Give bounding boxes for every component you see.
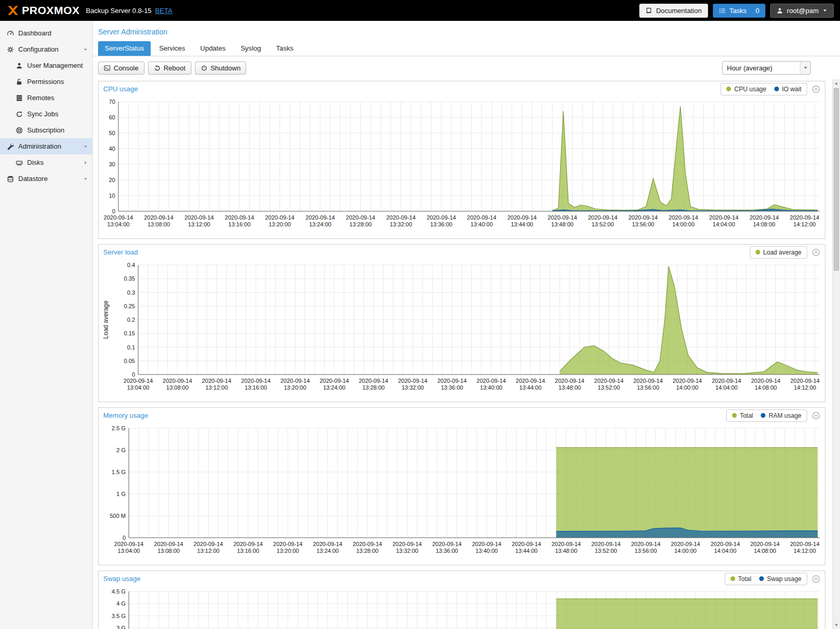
sidebar-item-label: Sync Jobs: [27, 110, 58, 118]
legend-swatch: [732, 413, 737, 418]
svg-text:2020-09-14: 2020-09-14: [320, 378, 349, 384]
tab-serverstatus[interactable]: ServerStatus: [98, 41, 151, 56]
panel-load: Server loadLoad average00.050.10.150.20.…: [98, 244, 825, 402]
svg-text:2020-09-14: 2020-09-14: [398, 378, 427, 384]
svg-text:0: 0: [112, 208, 115, 214]
power-icon: [201, 65, 208, 71]
documentation-button[interactable]: Documentation: [639, 4, 708, 18]
svg-text:13:36:00: 13:36:00: [430, 221, 453, 227]
panel-header: CPU usageCPU usageIO wait: [99, 81, 825, 96]
svg-text:20: 20: [109, 177, 115, 183]
timeframe-select[interactable]: Hour (average): [722, 61, 811, 75]
chevron-down-icon[interactable]: [800, 62, 810, 74]
sidebar-item-administration[interactable]: Administration: [0, 138, 92, 154]
chart-legend: Load average: [750, 246, 807, 259]
svg-text:2020-09-14: 2020-09-14: [477, 378, 506, 384]
svg-text:0.2: 0.2: [127, 317, 135, 323]
sidebar-item-datastore[interactable]: Datastore: [0, 171, 92, 187]
sidebar-item-user-management[interactable]: User Management: [0, 57, 92, 74]
collapse-panel-icon[interactable]: [812, 412, 820, 420]
sidebar-item-disks[interactable]: Disks: [0, 154, 92, 171]
svg-text:2020-09-14: 2020-09-14: [547, 214, 577, 221]
svg-text:2020-09-14: 2020-09-14: [552, 541, 581, 547]
charts-area: CPU usageCPU usageIO wait010203040506070…: [93, 79, 840, 629]
svg-text:2020-09-14: 2020-09-14: [427, 214, 456, 221]
user-icon: [15, 62, 23, 69]
sidebar-item-remotes[interactable]: Remotes: [0, 90, 92, 106]
chart-legend: TotalRAM usage: [726, 409, 807, 422]
beta-link[interactable]: BETA: [155, 7, 173, 15]
collapse-panel-icon[interactable]: [812, 85, 820, 93]
console-button[interactable]: Console: [98, 62, 144, 75]
tasks-button[interactable]: Tasks 0: [713, 4, 765, 18]
user-menu-button[interactable]: root@pam: [770, 4, 834, 18]
sidebar-item-label: Subscription: [27, 126, 65, 134]
reboot-button[interactable]: Reboot: [148, 62, 191, 75]
vertical-scrollbar[interactable]: ▲ ▼: [832, 79, 840, 629]
legend-swatch: [759, 576, 764, 581]
chart-legend: CPU usageIO wait: [721, 83, 807, 95]
shutdown-button[interactable]: Shutdown: [195, 62, 247, 75]
sidebar-item-configuration[interactable]: Configuration: [0, 41, 92, 57]
svg-text:2020-09-14: 2020-09-14: [273, 541, 302, 547]
svg-text:2020-09-14: 2020-09-14: [712, 378, 741, 384]
sidebar-item-subscription[interactable]: Subscription: [0, 122, 92, 138]
panel-title: Memory usage: [103, 412, 148, 419]
chevron-down-icon[interactable]: [83, 47, 88, 52]
sidebar-item-label: Dashboard: [18, 29, 52, 37]
svg-text:13:32:00: 13:32:00: [401, 384, 424, 391]
svg-text:13:24:00: 13:24:00: [316, 548, 339, 554]
svg-text:3.5 G: 3.5 G: [112, 613, 126, 619]
chevron-down-icon[interactable]: [83, 144, 88, 149]
svg-text:2.5 G: 2.5 G: [112, 425, 126, 431]
chart-memory: 0500 M1 G1.5 G2 G2.5 G2020-09-1413:04:00…: [99, 423, 825, 565]
svg-text:13:08:00: 13:08:00: [166, 384, 189, 391]
collapse-panel-icon[interactable]: [812, 248, 820, 257]
shutdown-button-label: Shutdown: [211, 64, 241, 72]
tab-syslog[interactable]: Syslog: [234, 41, 267, 56]
svg-text:13:08:00: 13:08:00: [148, 221, 170, 227]
legend-item: Total: [732, 412, 753, 419]
scrollbar-thumb[interactable]: [834, 88, 839, 271]
svg-text:2020-09-14: 2020-09-14: [628, 214, 658, 221]
tab-services[interactable]: Services: [152, 41, 192, 56]
tab-updates[interactable]: Updates: [193, 41, 232, 56]
scroll-up-icon[interactable]: ▲: [833, 79, 840, 87]
svg-text:Load average: Load average: [102, 300, 109, 339]
svg-text:4 G: 4 G: [116, 600, 126, 607]
sidebar-item-permissions[interactable]: Permissions: [0, 74, 92, 90]
svg-text:14:08:00: 14:08:00: [754, 548, 776, 554]
sidebar-item-sync-jobs[interactable]: Sync Jobs: [0, 106, 92, 122]
scroll-down-icon[interactable]: ▼: [833, 621, 840, 629]
svg-text:2020-09-14: 2020-09-14: [673, 378, 702, 384]
svg-text:13:12:00: 13:12:00: [205, 384, 228, 391]
tab-tasks[interactable]: Tasks: [269, 41, 300, 56]
svg-text:13:12:00: 13:12:00: [197, 548, 220, 554]
chevron-down-icon[interactable]: [83, 176, 88, 182]
svg-text:2020-09-14: 2020-09-14: [144, 214, 173, 221]
svg-text:0: 0: [132, 371, 135, 378]
chevron-right-icon[interactable]: [83, 160, 88, 165]
svg-text:2020-09-14: 2020-09-14: [749, 214, 778, 221]
svg-text:13:20:00: 13:20:00: [277, 548, 299, 554]
svg-text:2020-09-14: 2020-09-14: [104, 214, 133, 221]
svg-text:13:08:00: 13:08:00: [157, 548, 180, 554]
svg-text:3 G: 3 G: [116, 625, 126, 629]
svg-text:13:28:00: 13:28:00: [356, 548, 379, 554]
svg-text:30: 30: [109, 161, 115, 167]
svg-text:13:16:00: 13:16:00: [228, 221, 251, 227]
wrench-icon: [6, 143, 14, 150]
svg-text:13:48:00: 13:48:00: [551, 221, 574, 227]
dashboard-icon: [6, 30, 14, 37]
svg-text:0.25: 0.25: [124, 303, 135, 309]
svg-text:13:52:00: 13:52:00: [595, 548, 617, 554]
svg-text:2020-09-14: 2020-09-14: [346, 214, 375, 221]
panel-title: Server load: [103, 248, 138, 256]
svg-text:2020-09-14: 2020-09-14: [516, 378, 545, 384]
collapse-panel-icon[interactable]: [812, 575, 820, 583]
sidebar-item-dashboard[interactable]: Dashboard: [0, 25, 92, 41]
tab-bar: ServerStatusServicesUpdatesSyslogTasks: [93, 39, 840, 56]
svg-text:2020-09-14: 2020-09-14: [591, 541, 620, 547]
svg-text:14:00:00: 14:00:00: [672, 221, 695, 227]
svg-text:14:04:00: 14:04:00: [715, 384, 738, 391]
